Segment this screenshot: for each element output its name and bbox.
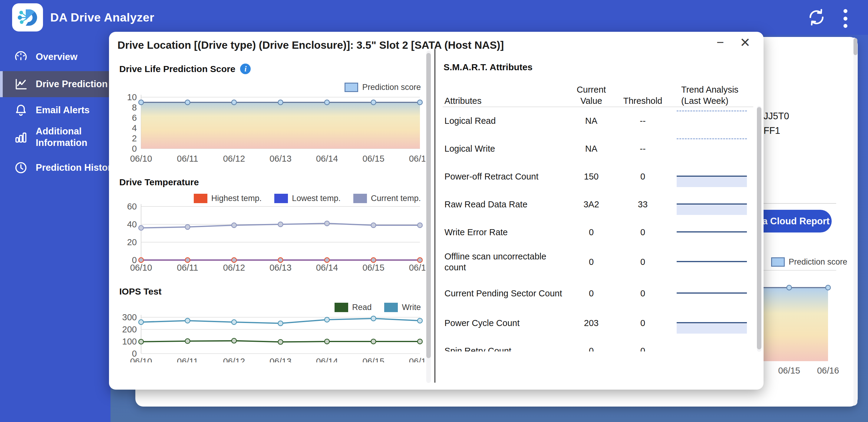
svg-text:06/15: 06/15: [363, 357, 384, 362]
threshold-value: 0: [616, 257, 670, 267]
drive-info-line: FF1: [764, 124, 789, 138]
current-value: 0: [567, 346, 616, 352]
table-row: Write Error Rate00: [444, 218, 753, 246]
threshold-value: 0: [616, 227, 670, 237]
table-row: Logical ReadNA--: [444, 107, 753, 135]
threshold-value: 0: [616, 289, 670, 298]
drive-info-line: JJ5T0: [764, 109, 789, 124]
iops-chart[interactable]: 010020030006/1006/1106/1206/1306/1406/15…: [118, 310, 425, 362]
chart-title-temperature: Drive Temperature: [119, 177, 199, 187]
threshold-value: 0: [616, 318, 670, 328]
smart-scrollbar-thumb[interactable]: [757, 107, 762, 349]
current-value: 0: [567, 227, 616, 237]
svg-text:06/11: 06/11: [177, 263, 198, 272]
table-row: Spin Retry Count00: [444, 337, 753, 352]
chart-title-prediction: Drive Life Prediction Score i: [119, 64, 251, 74]
sidebar-item-drive-prediction[interactable]: Drive Prediction: [0, 71, 111, 97]
trend-band: [677, 177, 747, 187]
trend-sparkline: [670, 135, 749, 163]
charts-scrollbar-thumb[interactable]: [426, 53, 431, 358]
trend-sparkline: [670, 218, 749, 246]
panel-scrollbar-thumb[interactable]: [854, 38, 858, 55]
svg-text:06/10: 06/10: [130, 154, 152, 163]
svg-text:06/12: 06/12: [223, 154, 245, 163]
drive-info: JJ5T0 FF1: [764, 109, 789, 138]
svg-text:200: 200: [122, 325, 137, 334]
charts-scrollbar-track: [426, 51, 431, 383]
legend-label: Prediction score: [789, 257, 847, 267]
smart-rows: Logical ReadNA--Logical WriteNA--Power-o…: [444, 107, 753, 352]
modal-column-divider: [434, 49, 435, 383]
attribute-name: Logical Write: [444, 143, 567, 154]
trend-sparkline: [670, 107, 749, 135]
trend-band: [677, 205, 747, 215]
trend-line-icon: [677, 231, 747, 232]
bell-icon: [14, 103, 28, 117]
svg-text:06/11: 06/11: [177, 357, 198, 362]
sidebar-item-email-alerts[interactable]: Email Alerts: [0, 97, 111, 123]
sidebar-item-label: Email Alerts: [36, 104, 90, 116]
threshold-value: 0: [616, 346, 670, 352]
clock-icon: [14, 161, 28, 175]
current-value: 0: [567, 257, 616, 267]
trend-sparkline: [670, 190, 749, 218]
svg-text:06/13: 06/13: [270, 154, 291, 163]
smart-table-header: Attributes Current Value Threshold Trend…: [444, 79, 749, 106]
svg-text:06/12: 06/12: [223, 357, 245, 362]
current-value: 3A2: [567, 199, 616, 209]
charts-column: Drive Life Prediction Score i Prediction…: [116, 50, 433, 362]
svg-text:06/12: 06/12: [223, 263, 245, 272]
threshold-value: --: [616, 144, 670, 154]
trend-line-icon: [677, 203, 747, 205]
svg-text:4: 4: [132, 123, 137, 133]
table-row: Power Cycle Count2030: [444, 309, 753, 337]
svg-text:06/13: 06/13: [270, 263, 291, 272]
current-value: 150: [567, 172, 616, 182]
trend-sparkline: [670, 163, 749, 190]
svg-text:06/16: 06/16: [409, 263, 425, 272]
table-row: Current Pending Sector Count00: [444, 278, 753, 309]
legend-item[interactable]: Prediction score: [771, 257, 847, 267]
kebab-menu-icon[interactable]: [839, 8, 851, 29]
sidebar-item-prediction-history[interactable]: Prediction History: [0, 151, 111, 184]
column-header-attributes: Attributes: [444, 95, 567, 106]
prediction-score-chart[interactable]: 024681006/1006/1106/1206/1306/1406/1506/…: [118, 91, 425, 163]
table-row: Power-off Retract Count1500: [444, 163, 753, 190]
sidebar-item-label: Prediction History: [36, 162, 117, 173]
refresh-icon[interactable]: [808, 8, 825, 26]
svg-text:6: 6: [132, 113, 137, 123]
sidebar: Overview Drive Prediction Email Alerts: [0, 35, 111, 422]
current-value: NA: [567, 116, 616, 126]
chart-title-text: Drive Life Prediction Score: [119, 64, 235, 74]
svg-text:06/14: 06/14: [316, 263, 338, 272]
svg-text:8: 8: [132, 103, 137, 112]
bar-chart-icon: [14, 130, 28, 144]
svg-text:06/15: 06/15: [363, 263, 384, 272]
temperature-chart[interactable]: 020406006/1006/1106/1206/1306/1406/1506/…: [118, 200, 425, 272]
trend-dashed-line-icon: [677, 138, 747, 139]
trend-line-icon: [677, 322, 747, 323]
table-row: Logical WriteNA--: [444, 135, 753, 163]
sidebar-item-label: Overview: [36, 51, 78, 63]
app-root: DA Drive Analyzer Overview: [0, 0, 868, 422]
sidebar-item-label: Drive Prediction: [36, 78, 108, 90]
trend-sparkline: [670, 278, 749, 309]
svg-text:06/16: 06/16: [409, 154, 425, 163]
smart-scrollbar-track: [757, 106, 762, 352]
table-row: Offline scan uncorrectable count00: [444, 246, 753, 278]
sidebar-item-overview[interactable]: Overview: [0, 43, 111, 71]
svg-text:06/16: 06/16: [817, 366, 839, 376]
mini-chart-legend: Prediction score: [771, 257, 846, 267]
app-title: DA Drive Analyzer: [50, 0, 154, 35]
info-icon[interactable]: i: [240, 64, 251, 74]
svg-text:06/11: 06/11: [177, 154, 198, 163]
sidebar-item-additional-information[interactable]: Additional Information: [0, 123, 111, 151]
attribute-name: Power-off Retract Count: [444, 171, 567, 182]
svg-text:100: 100: [122, 337, 137, 346]
column-header-trend: Trend Analysis (Last Week): [670, 84, 749, 106]
threshold-value: 0: [616, 172, 670, 182]
threshold-value: 33: [616, 199, 670, 209]
svg-text:60: 60: [127, 202, 137, 211]
legend-swatch-icon: [771, 257, 785, 267]
trend-sparkline: [670, 246, 749, 278]
